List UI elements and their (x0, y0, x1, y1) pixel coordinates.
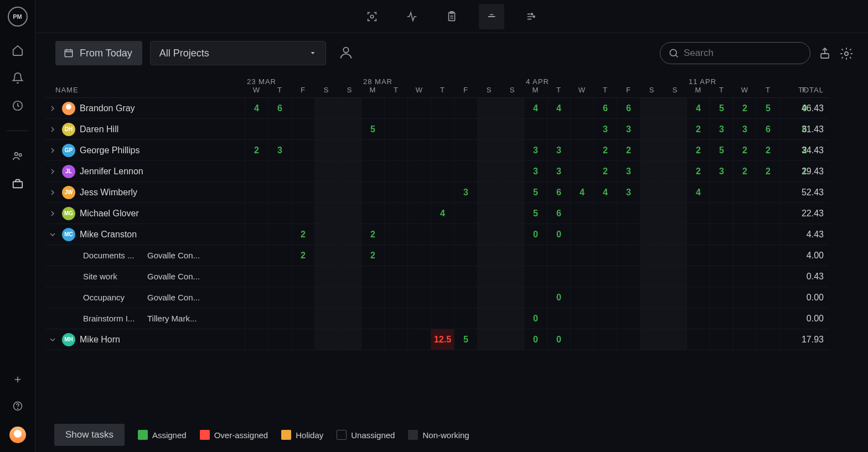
workload-cell[interactable] (477, 182, 500, 203)
workload-cell[interactable]: 4 (431, 203, 454, 224)
workload-cell[interactable]: 2 (593, 161, 617, 182)
workload-cell[interactable] (407, 119, 431, 140)
workload-cell[interactable] (338, 329, 361, 350)
workload-cell[interactable] (547, 119, 570, 140)
workload-cell[interactable] (686, 329, 710, 350)
workload-cell[interactable] (570, 203, 593, 224)
workload-cell[interactable] (291, 119, 314, 140)
workload-cell[interactable] (361, 98, 384, 119)
workload-cell[interactable] (245, 329, 268, 350)
projects-filter-dropdown[interactable]: All Projects (150, 41, 326, 65)
workload-cell[interactable] (361, 140, 384, 161)
workload-cell[interactable] (431, 308, 454, 329)
workload-cell[interactable] (570, 308, 593, 329)
workload-cell[interactable] (756, 287, 779, 308)
chevron-right-icon[interactable] (48, 188, 58, 198)
person-name[interactable]: George Phillips (80, 146, 140, 155)
workload-cell[interactable] (500, 329, 524, 350)
workload-cell[interactable] (291, 203, 314, 224)
workload-cell[interactable] (710, 308, 733, 329)
person-filter-icon[interactable] (338, 45, 355, 61)
workload-cell[interactable]: 4 (547, 98, 570, 119)
workload-cell[interactable] (617, 245, 640, 266)
notifications-icon[interactable] (12, 72, 24, 84)
workload-cell[interactable]: 2 (733, 161, 756, 182)
scan-icon[interactable] (359, 4, 385, 29)
show-tasks-button[interactable]: Show tasks (54, 424, 125, 446)
workload-cell[interactable] (663, 224, 686, 245)
workload-cell[interactable]: 2 (686, 161, 710, 182)
workload-cell[interactable] (291, 98, 314, 119)
workload-cell[interactable] (245, 245, 268, 266)
workload-cell[interactable]: 5 (361, 119, 384, 140)
workload-cell[interactable] (477, 308, 500, 329)
workload-cell[interactable] (500, 308, 524, 329)
workload-cell[interactable] (593, 224, 617, 245)
workload-cell[interactable] (454, 140, 477, 161)
workload-cell[interactable]: 0 (524, 329, 547, 350)
workload-cell[interactable] (314, 308, 338, 329)
workload-cell[interactable] (268, 182, 291, 203)
workload-cell[interactable] (710, 224, 733, 245)
workload-cell[interactable] (663, 98, 686, 119)
workload-cell[interactable] (407, 140, 431, 161)
workload-cell[interactable] (547, 308, 570, 329)
workload-cell[interactable] (407, 98, 431, 119)
workload-cell[interactable] (268, 161, 291, 182)
home-icon[interactable] (12, 44, 24, 56)
workload-cell[interactable] (710, 182, 733, 203)
workload-cell[interactable] (593, 266, 617, 287)
workload-cell[interactable]: 4 (686, 98, 710, 119)
workload-cell[interactable] (338, 266, 361, 287)
workload-cell[interactable] (570, 119, 593, 140)
workload-cell[interactable] (500, 245, 524, 266)
workload-cell[interactable]: 4 (686, 182, 710, 203)
workload-cell[interactable]: 5 (710, 98, 733, 119)
workload-cell[interactable] (454, 308, 477, 329)
workload-cell[interactable] (384, 203, 407, 224)
chevron-right-icon[interactable] (48, 103, 58, 113)
workload-cell[interactable] (431, 245, 454, 266)
workload-cell[interactable]: 2 (361, 245, 384, 266)
workload-cell[interactable] (640, 308, 663, 329)
workload-cell[interactable]: 2 (733, 140, 756, 161)
chevron-down-icon[interactable] (48, 335, 58, 345)
workload-cell[interactable] (663, 203, 686, 224)
workload-cell[interactable] (314, 140, 338, 161)
workload-cell[interactable] (733, 182, 756, 203)
workload-cell[interactable] (245, 266, 268, 287)
settings-icon[interactable] (839, 46, 852, 60)
person-name[interactable]: Daren Hill (80, 124, 118, 134)
workload-cell[interactable] (268, 287, 291, 308)
workload-cell[interactable] (338, 98, 361, 119)
workload-cell[interactable] (640, 98, 663, 119)
workload-cell[interactable] (570, 245, 593, 266)
workload-cell[interactable] (361, 161, 384, 182)
workload-icon[interactable] (479, 4, 504, 29)
workload-cell[interactable] (407, 266, 431, 287)
team-icon[interactable] (12, 150, 24, 162)
workload-cell[interactable] (710, 245, 733, 266)
workload-cell[interactable] (338, 287, 361, 308)
workload-cell[interactable]: 2 (593, 140, 617, 161)
workload-cell[interactable] (617, 203, 640, 224)
workload-cell[interactable] (384, 224, 407, 245)
workload-cell[interactable] (431, 119, 454, 140)
workload-cell[interactable] (570, 266, 593, 287)
workload-cell[interactable] (663, 287, 686, 308)
workload-cell[interactable] (617, 224, 640, 245)
workload-cell[interactable] (617, 266, 640, 287)
workload-cell[interactable] (291, 308, 314, 329)
chevron-right-icon[interactable] (48, 209, 58, 219)
workload-cell[interactable] (314, 266, 338, 287)
workload-cell[interactable]: 0 (547, 224, 570, 245)
workload-cell[interactable] (407, 245, 431, 266)
workload-cell[interactable] (756, 182, 779, 203)
workload-cell[interactable] (454, 224, 477, 245)
workload-cell[interactable] (477, 161, 500, 182)
workload-cell[interactable]: 5 (756, 98, 779, 119)
workload-cell[interactable] (454, 98, 477, 119)
workload-cell[interactable] (524, 266, 547, 287)
workload-cell[interactable] (663, 182, 686, 203)
workload-cell[interactable]: 2 (291, 224, 314, 245)
